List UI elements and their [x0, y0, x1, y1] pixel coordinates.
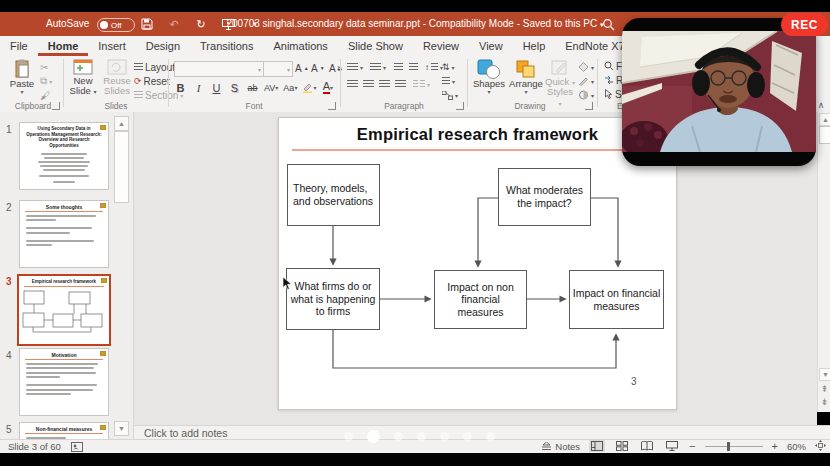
paging-dot[interactable]: [440, 432, 449, 441]
slide-thumbnail-4[interactable]: Motivation: [19, 348, 109, 416]
diagram-box-nonfinancial[interactable]: Impact on non financial measures: [434, 270, 527, 329]
shrink-font-button[interactable]: A▼: [311, 62, 325, 74]
copy-icon[interactable]: ⧉▾: [40, 75, 52, 87]
slide-logo: [100, 203, 106, 208]
cut-icon[interactable]: ✂: [40, 61, 48, 73]
shape-effects-button[interactable]: ▾: [578, 89, 594, 101]
change-case-button[interactable]: Aa▾: [283, 81, 297, 94]
paging-dot[interactable]: [344, 432, 353, 441]
align-center-icon[interactable]: [363, 78, 374, 90]
tab-design[interactable]: Design: [136, 37, 190, 56]
zoom-out-button[interactable]: −: [689, 440, 695, 452]
tab-view[interactable]: View: [469, 37, 513, 56]
notes-toggle-button[interactable]: Notes: [541, 441, 580, 452]
font-dialog-launcher-icon[interactable]: [328, 102, 336, 110]
font-color-button[interactable]: A▾: [321, 81, 334, 94]
tab-review[interactable]: Review: [413, 37, 469, 56]
paging-dot[interactable]: [394, 432, 403, 441]
highlight-color-button[interactable]: ▾: [302, 81, 316, 94]
search-icon[interactable]: [602, 17, 617, 32]
slide-sorter-view-button[interactable]: [614, 440, 630, 452]
normal-view-button[interactable]: [589, 440, 605, 452]
webcam-overlay[interactable]: [622, 18, 816, 166]
slide-thumbnail-1[interactable]: Using Secondary Data in Operations Manag…: [19, 122, 109, 190]
decrease-indent-icon[interactable]: [394, 61, 403, 73]
group-separator: [340, 59, 341, 107]
slide-indicator[interactable]: Slide 3 of 60: [8, 441, 61, 452]
scrollbar-thumb[interactable]: [114, 131, 129, 203]
italic-button[interactable]: I: [192, 81, 205, 94]
font-size-select[interactable]: ▾: [263, 61, 293, 77]
scroll-down-icon[interactable]: ▼: [114, 421, 129, 436]
slide-thumbnail-2[interactable]: Some thoughts: [19, 200, 109, 268]
underline-button[interactable]: U: [210, 81, 223, 94]
drawing-dialog-launcher-icon[interactable]: [585, 102, 593, 110]
columns-button[interactable]: ▾: [413, 78, 430, 90]
diagram-box-theory[interactable]: Theory, models, and observations: [287, 164, 380, 226]
paging-dot[interactable]: [463, 432, 472, 441]
character-spacing-button[interactable]: AV▾: [264, 81, 278, 94]
grow-font-button[interactable]: A▲: [295, 62, 309, 74]
line-spacing-button[interactable]: ↕▾: [425, 61, 443, 73]
scrollbar-thumb[interactable]: [819, 126, 830, 144]
scroll-up-icon[interactable]: ▲: [819, 113, 830, 126]
font-name-select[interactable]: ▾: [174, 61, 264, 77]
shape-fill-button[interactable]: ▾: [578, 61, 594, 73]
justify-icon[interactable]: [395, 78, 406, 90]
diagram-box-financial[interactable]: Impact on financial measures: [569, 270, 664, 329]
increase-indent-icon[interactable]: [409, 61, 418, 73]
bold-button[interactable]: B: [174, 81, 187, 94]
tab-animations[interactable]: Animations: [263, 37, 337, 56]
align-right-icon[interactable]: [379, 78, 390, 90]
reuse-slides-button[interactable]: ReuseSlides: [100, 59, 134, 97]
slideshow-view-button[interactable]: [664, 440, 680, 452]
previous-slide-icon[interactable]: ⇞: [819, 383, 830, 394]
tab-transitions[interactable]: Transitions: [190, 37, 263, 56]
fit-to-window-button[interactable]: [815, 440, 826, 453]
video-paging-dots[interactable]: [344, 430, 495, 443]
format-painter-icon[interactable]: 🖌: [40, 89, 50, 101]
paging-dot[interactable]: [417, 432, 426, 441]
convert-smartart-button[interactable]: ▾: [442, 89, 458, 101]
tab-home[interactable]: Home: [38, 37, 89, 56]
strikethrough-button[interactable]: ab: [246, 81, 259, 94]
scroll-up-icon[interactable]: ▲: [114, 116, 129, 131]
tab-help[interactable]: Help: [513, 37, 556, 56]
zoom-in-button[interactable]: +: [772, 440, 778, 452]
shapes-button[interactable]: Shapes▾: [471, 59, 507, 96]
bullets-button[interactable]: ▾: [347, 61, 363, 73]
slide-canvas[interactable]: Empirical research framework Theory, mod…: [278, 117, 677, 410]
new-slide-button[interactable]: New Slide ▾: [66, 59, 100, 97]
scroll-down-icon[interactable]: ▼: [819, 368, 830, 381]
thumbnail-number: 2: [6, 202, 12, 213]
tab-slide-show[interactable]: Slide Show: [338, 37, 413, 56]
zoom-slider-thumb[interactable]: [727, 442, 730, 451]
letterbox-bottom: [0, 452, 830, 466]
reset-button[interactable]: ⟳Reset: [134, 75, 170, 87]
diagram-box-moderates[interactable]: What moderates the impact?: [498, 168, 591, 226]
zoom-slider[interactable]: [705, 446, 763, 447]
diagram-box-what-firms-do[interactable]: What firms do or what is happening to fi…: [286, 268, 380, 330]
tab-insert[interactable]: Insert: [88, 37, 136, 56]
paragraph-dialog-launcher-icon[interactable]: [456, 102, 464, 110]
text-direction-button[interactable]: ⇅▾: [442, 61, 455, 73]
zoom-level[interactable]: 60%: [787, 441, 806, 452]
numbering-button[interactable]: ▾: [370, 61, 386, 73]
next-slide-icon[interactable]: ⇟: [819, 396, 830, 407]
shape-outline-button[interactable]: ▾: [578, 75, 594, 87]
editor-scrollbar[interactable]: ▲ ▼ ⇞ ⇟: [817, 112, 830, 412]
thumbnail-scrollbar[interactable]: ▲ ▼: [113, 116, 128, 436]
paste-button[interactable]: Paste▾: [5, 59, 39, 96]
reading-view-button[interactable]: [639, 440, 655, 452]
align-text-button[interactable]: ▾: [442, 75, 455, 87]
clipboard-dialog-launcher-icon[interactable]: [52, 102, 60, 110]
paging-dot-active[interactable]: [367, 430, 380, 443]
align-left-icon[interactable]: [347, 78, 358, 90]
arrange-button[interactable]: Arrange▾: [508, 59, 544, 96]
slide-thumbnail-3-selected[interactable]: Empirical research framework: [17, 274, 111, 346]
text-shadow-button[interactable]: S: [228, 81, 241, 94]
tab-file[interactable]: File: [0, 37, 38, 56]
paging-dot[interactable]: [486, 432, 495, 441]
accessibility-checker-icon[interactable]: [71, 442, 83, 452]
slide-thumbnail-5[interactable]: Non-financial measures: [19, 422, 109, 439]
